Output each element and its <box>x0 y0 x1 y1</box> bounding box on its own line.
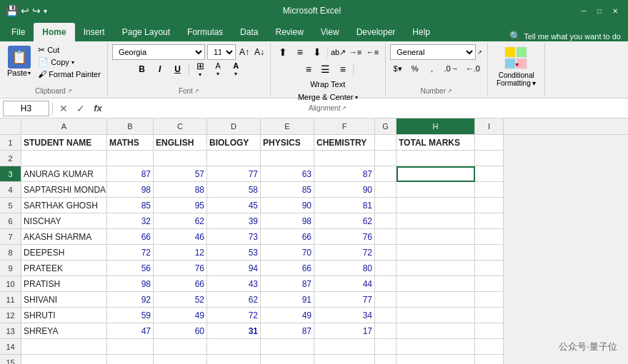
increase-font-size-button[interactable]: A↑ <box>238 46 251 59</box>
row-num-1[interactable]: 1 <box>0 135 21 151</box>
paste-button[interactable]: 📋 Paste ▾ <box>4 44 34 79</box>
align-bottom-button[interactable]: ⬇ <box>309 44 325 60</box>
cell-d7[interactable]: 73 <box>207 229 261 245</box>
cell-i12[interactable] <box>475 308 504 323</box>
merge-dropdown-icon[interactable]: ▾ <box>355 94 358 101</box>
font-color-button[interactable]: A ▾ <box>228 61 244 77</box>
cell-b13[interactable]: 47 <box>107 323 154 339</box>
row-num-7[interactable]: 7 <box>0 229 21 245</box>
conditional-formatting-button[interactable]: ▾ ConditionalFormatting ▾ <box>492 44 541 89</box>
cell-h14[interactable] <box>397 339 475 355</box>
cut-button[interactable]: ✂ Cut <box>36 44 103 56</box>
cell-f11[interactable]: 77 <box>314 292 375 308</box>
cell-g7[interactable] <box>375 229 397 245</box>
row-num-9[interactable]: 9 <box>0 261 21 276</box>
cell-e6[interactable]: 98 <box>261 213 314 229</box>
font-expand-icon[interactable]: ↗ <box>194 88 199 94</box>
confirm-formula-button[interactable]: ✓ <box>73 101 89 116</box>
cell-f9[interactable]: 80 <box>314 261 375 276</box>
cell-d13[interactable]: 31 <box>207 323 261 339</box>
comma-button[interactable]: , <box>424 61 440 76</box>
cell-d6[interactable]: 39 <box>207 213 261 229</box>
cell-c7[interactable]: 46 <box>154 229 207 245</box>
cell-h6[interactable] <box>397 213 475 229</box>
cell-h15[interactable] <box>397 355 475 364</box>
row-num-13[interactable]: 13 <box>0 323 21 339</box>
cell-a7[interactable]: AKASH SHARMA <box>21 229 107 245</box>
cell-f15[interactable] <box>314 355 375 364</box>
cell-b12[interactable]: 59 <box>107 308 154 323</box>
cell-d5[interactable]: 45 <box>207 198 261 213</box>
align-top-button[interactable]: ⬆ <box>275 44 291 60</box>
decrease-font-size-button[interactable]: A↓ <box>253 46 266 59</box>
decrease-indent-button[interactable]: ←≡ <box>365 44 381 60</box>
cell-g9[interactable] <box>375 261 397 276</box>
cell-e10[interactable]: 87 <box>261 276 314 292</box>
tab-help[interactable]: Help <box>404 23 439 41</box>
cell-g1[interactable] <box>375 135 397 151</box>
cell-f12[interactable]: 34 <box>314 308 375 323</box>
orient-text-button[interactable]: ab↗ <box>331 44 347 60</box>
cell-i9[interactable] <box>475 261 504 276</box>
cell-d4[interactable]: 58 <box>207 182 261 198</box>
undo-icon[interactable]: ↩ <box>21 5 29 16</box>
cell-b10[interactable]: 98 <box>107 276 154 292</box>
alignment-expand-icon[interactable]: ↗ <box>342 105 347 111</box>
cell-e8[interactable]: 70 <box>261 245 314 261</box>
cell-h8[interactable] <box>397 245 475 261</box>
cell-h1[interactable]: TOTAL MARKS <box>397 135 475 151</box>
cell-a12[interactable]: SHRUTI <box>21 308 107 323</box>
cell-b4[interactable]: 98 <box>107 182 154 198</box>
cell-e7[interactable]: 66 <box>261 229 314 245</box>
cell-a8[interactable]: DEEPESH <box>21 245 107 261</box>
row-num-6[interactable]: 6 <box>0 213 21 229</box>
increase-indent-button[interactable]: →≡ <box>348 44 364 60</box>
cell-b7[interactable]: 66 <box>107 229 154 245</box>
col-header-i[interactable]: I <box>475 118 504 134</box>
cell-e4[interactable]: 85 <box>261 182 314 198</box>
more-controls-icon[interactable]: ▾ <box>44 7 47 15</box>
cell-i14[interactable] <box>475 339 504 355</box>
cell-a2[interactable] <box>21 151 107 166</box>
col-header-b[interactable]: B <box>107 118 154 134</box>
tab-data[interactable]: Data <box>231 23 266 41</box>
cell-c6[interactable]: 62 <box>154 213 207 229</box>
cell-c10[interactable]: 66 <box>154 276 207 292</box>
cell-e1[interactable]: PHYSICS <box>261 135 314 151</box>
cell-a9[interactable]: PRATEEK <box>21 261 107 276</box>
cell-h7[interactable] <box>397 229 475 245</box>
cell-g4[interactable] <box>375 182 397 198</box>
cell-h13[interactable] <box>397 323 475 339</box>
cell-b3[interactable]: 87 <box>107 166 154 182</box>
cell-i15[interactable] <box>475 355 504 364</box>
cell-i8[interactable] <box>475 245 504 261</box>
number-expand-icon[interactable]: ↗ <box>447 88 452 94</box>
cell-e15[interactable] <box>261 355 314 364</box>
cell-e14[interactable] <box>261 339 314 355</box>
cell-c15[interactable] <box>154 355 207 364</box>
close-button[interactable]: ✕ <box>608 4 622 18</box>
bold-button[interactable]: B <box>134 61 150 77</box>
cell-c5[interactable]: 95 <box>154 198 207 213</box>
cell-c1[interactable]: ENGLISH <box>154 135 207 151</box>
number-format-select[interactable]: General Number Currency Date <box>390 44 476 60</box>
save-icon[interactable]: 💾 <box>6 5 18 16</box>
cell-b9[interactable]: 56 <box>107 261 154 276</box>
col-header-h[interactable]: H <box>397 118 475 134</box>
maximize-button[interactable]: □ <box>592 4 607 18</box>
tab-file[interactable]: File <box>3 23 34 41</box>
cell-c11[interactable]: 52 <box>154 292 207 308</box>
cell-a13[interactable]: SHREYA <box>21 323 107 339</box>
percent-button[interactable]: % <box>407 61 423 76</box>
cell-e9[interactable]: 66 <box>261 261 314 276</box>
cell-f14[interactable] <box>314 339 375 355</box>
align-left-button[interactable]: ≡ <box>301 61 317 77</box>
row-num-10[interactable]: 10 <box>0 276 21 292</box>
cell-i13[interactable] <box>475 323 504 339</box>
cell-i10[interactable] <box>475 276 504 292</box>
cell-g13[interactable] <box>375 323 397 339</box>
cell-b8[interactable]: 72 <box>107 245 154 261</box>
cell-a10[interactable]: PRATISH <box>21 276 107 292</box>
cell-b1[interactable]: MATHS <box>107 135 154 151</box>
cell-f6[interactable]: 62 <box>314 213 375 229</box>
